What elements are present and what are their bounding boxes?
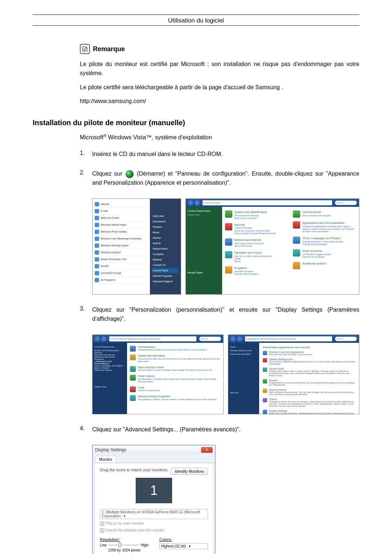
start-menu-item[interactable]: E-mail [94,208,148,215]
monitor-select[interactable]: 1. (Multiple Monitors) on NVIDIA GeForce… [100,509,208,519]
start-menu-item[interactable]: Adobe Photoshop CS2 [94,256,148,263]
start-menu-right-item[interactable]: Search [152,241,179,246]
remark-block: Remarque Le pilote du moniteur est certi… [80,44,359,106]
section-heading: Installation du pilote de moniteur (manu… [33,119,359,127]
start-menu-item[interactable]: Windows Media Player [94,222,148,229]
appearance-item[interactable]: Ease of Access CenterAccommodate low vis… [130,366,220,372]
control-panel-category[interactable]: SecurityCheck for updatesCheck this comp… [225,223,288,235]
note-icon [80,44,90,54]
sidebar-recent: Recent Tasks [188,271,220,274]
personalization-side-link[interactable]: Adjust font size (DPI) [230,353,257,355]
start-menu-right-item[interactable]: Network [152,257,179,262]
address-bar[interactable]: ▸ Control Panel ▸ [203,200,332,205]
page-header: Utilisation du logiciel [33,17,359,24]
step-2: 2. Cliquez sur (Démarrer) et "Panneau de… [80,169,359,188]
start-menu-right-item[interactable]: Default Programs [152,273,179,279]
display-settings-dialog: Display Settings ✕ Monitor Identify Moni… [92,445,216,554]
appearance-item[interactable]: Taskbar and Start MenuCustomize the Star… [130,354,220,363]
colors-select[interactable]: Highest (32 bit) ▾ [159,543,208,549]
screenshot-personalization: ▸ Appearance and Personalization ▸ Perso… [228,335,359,414]
remark-url: http://www.samsung.com/ [80,97,359,106]
start-menu-item[interactable]: Welcome Center [94,215,148,222]
back-icon[interactable] [230,336,236,341]
start-menu-item[interactable]: Windows Meeting Space [94,242,148,249]
start-menu-right-item[interactable]: Games [152,235,179,241]
search-input[interactable]: Search [335,201,357,205]
resolution-label: Resolution: [100,537,148,542]
main-monitor-checkbox [100,521,105,526]
control-panel-category[interactable]: Clock, Language, and RegionChange keyboa… [293,237,356,246]
forward-icon[interactable] [101,336,106,341]
resolution-slider[interactable] [108,545,139,546]
start-menu-item[interactable]: Windows Photo Gallery [94,229,148,235]
forward-icon[interactable] [237,336,242,341]
extend-desktop-checkbox [100,528,105,533]
address-bar[interactable]: ▸ Appearance and Personalization ▸ Perso… [245,336,332,341]
appearance-item[interactable]: PersonalizationChange desktop background… [130,346,220,352]
control-panel-category[interactable]: User AccountsAdd or remove user accounts [293,210,356,218]
start-menu-right-item[interactable]: Pictures [152,224,179,230]
address-bar[interactable]: ▸ Control Panel ▸ Appearance and Persona… [109,336,196,341]
start-menu-right-item[interactable]: Help vista [152,213,179,219]
personalization-side-link[interactable]: Tasks [230,346,257,348]
start-menu-right-item[interactable]: Music [152,230,179,235]
colors-label: Colors: [159,537,208,542]
start-menu-right-item[interactable]: Documents [152,219,179,224]
start-menu-right-item[interactable]: Control Panel [152,268,179,273]
control-panel-category[interactable]: Additional Options [293,262,356,269]
appearance-item[interactable]: Windows Sidebar PropertiesAdd gadgets to… [130,395,220,401]
step-4: 4. Cliquez sur "Advanced Settings... (Pa… [80,425,359,434]
screenshot-appearance: ▸ Control Panel ▸ Appearance and Persona… [92,335,224,414]
close-icon[interactable]: ✕ [201,447,213,453]
start-menu-right-item[interactable]: Computer [152,251,179,257]
start-menu-item[interactable]: Command Prompt [94,270,148,277]
control-panel-category[interactable]: ProgramsUninstall a programChange startu… [225,266,288,275]
personalization-item[interactable]: ThemeChange the theme. Themes can change… [263,398,355,407]
control-panel-category[interactable]: Ease of AccessLet Windows suggest settin… [293,249,356,258]
control-panel-category[interactable]: Appearance and PersonalizationChange the… [293,221,356,233]
screenshot-row-1: InternetE-mailWelcome CenterWindows Medi… [92,198,359,295]
personalization-item[interactable]: SoundsChange which sounds are heard when… [263,379,355,386]
resolution-value: 1280 by 1024 pixels [100,548,148,552]
personalization-item[interactable]: Desktop BackgroundChoose from available … [263,358,355,365]
control-panel-category[interactable]: Network and InternetView network status … [225,238,288,247]
step-3: 3. Cliquez sur "Personalization (personn… [80,305,359,324]
identify-monitors-button[interactable]: Identify Monitors [171,468,208,475]
personalization-item[interactable]: Screen SaverChange your screen saver or … [263,368,355,377]
personalization-item[interactable]: Window Color and AppearanceFine tune the… [263,351,355,356]
appearance-item[interactable]: FontsInstall or remove a font [130,386,220,392]
screenshot-start-menu: InternetE-mailWelcome CenterWindows Medi… [92,198,181,295]
back-icon[interactable] [95,336,100,341]
sidebar-classic-view[interactable]: Classic View [188,214,220,216]
dialog-title: Display Settings [95,447,126,452]
monitor-number: 1 [150,483,158,498]
tab-monitor[interactable]: Monitor [95,456,117,463]
personalization-item[interactable]: Mouse PointersPick a different mouse poi… [263,389,355,395]
start-menu-right-item[interactable]: Help and Support [152,279,179,284]
start-menu-right-item[interactable]: Connect To [152,262,179,268]
start-menu-right-item[interactable]: Recent Items [152,246,179,251]
start-menu-item[interactable]: Inno3D [94,263,148,270]
start-menu-item[interactable]: Windows Live Messenger Download [94,235,148,242]
start-menu-item[interactable]: Internet [94,201,148,208]
sidebar-header: Control Panel Home [188,210,220,212]
personalization-heading: Personalize appearance and sounds [263,346,355,349]
personalization-item[interactable]: Display SettingsAdjust your monitor reso… [263,410,355,414]
see-also: See also [230,391,257,394]
screenshot-control-panel: ▸ Control Panel ▸ Search Control Panel H… [185,198,359,295]
start-menu-item[interactable]: All Programs [94,277,148,284]
back-icon[interactable] [188,200,193,205]
personalization-side-link[interactable]: Change desktop icons [230,349,257,352]
step-1: 1. Insérez le CD du manuel dans le lecte… [80,150,359,159]
search-input[interactable]: Search [199,337,221,341]
control-panel-category[interactable]: Hardware and SoundPlay CDs or other medi… [225,251,288,263]
windows-start-icon [126,170,134,178]
os-line: Microsoft® Windows Vista™, système d'exp… [80,134,359,141]
control-panel-category[interactable]: System and MaintenanceGet started with W… [225,210,288,219]
screenshot-row-2: ▸ Control Panel ▸ Appearance and Persona… [92,335,359,414]
appearance-item[interactable]: Folder OptionsSpecify single- or double-… [130,375,220,383]
start-menu-item[interactable]: Windows Explorer [94,249,148,256]
search-input[interactable]: Search [335,337,357,341]
monitor-preview[interactable]: 1 [136,478,172,503]
forward-icon[interactable] [195,200,200,205]
